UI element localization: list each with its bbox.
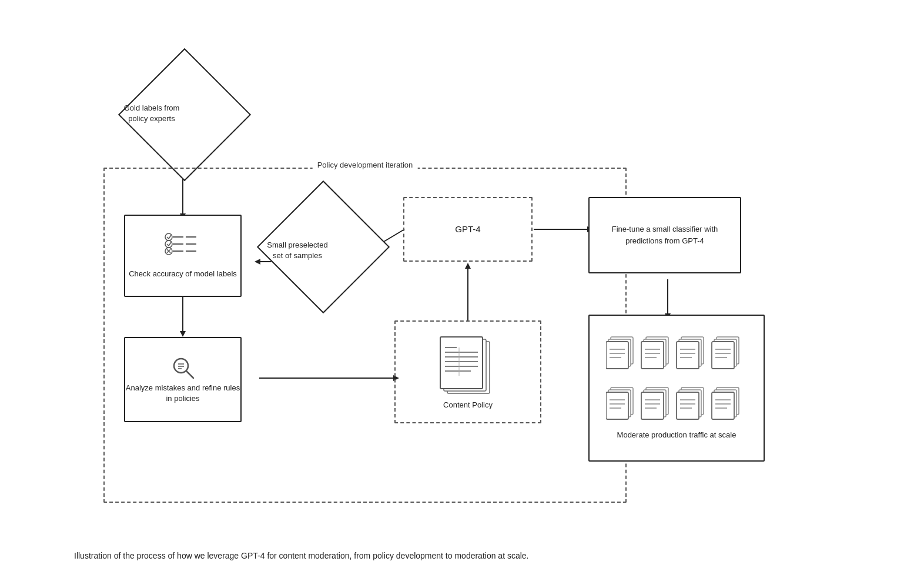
content-policy-icon: [430, 335, 506, 405]
analyze-mistakes-box: Analyze mistakes and refine rules in pol…: [124, 337, 242, 422]
svg-rect-75: [641, 392, 664, 419]
diagram-caption: Illustration of the process of how we le…: [74, 550, 850, 562]
check-accuracy-box: Check accuracy of model labels: [124, 215, 242, 297]
diagram-wrapper: Gold labels from policy experts Policy d…: [39, 9, 885, 580]
analyze-mistakes-label: Analyze mistakes and refine rules in pol…: [125, 383, 240, 404]
svg-rect-51: [641, 342, 664, 369]
svg-rect-87: [712, 392, 734, 419]
finetune-box: Fine-tune a small classifier with predic…: [588, 197, 741, 273]
checklist-icon: [162, 231, 203, 266]
svg-rect-35: [440, 337, 483, 389]
finetune-label: Fine-tune a small classifier with predic…: [590, 223, 740, 246]
svg-rect-57: [677, 342, 699, 369]
gpt4-dashed-box: GPT-4: [403, 197, 533, 262]
content-policy-dashed-box: Content Policy: [394, 320, 541, 423]
svg-rect-63: [712, 342, 734, 369]
gold-labels-label: Gold labels from policy experts: [105, 103, 199, 124]
content-policy-label: Content Policy: [443, 400, 493, 409]
svg-rect-81: [677, 392, 699, 419]
magnify-icon: [170, 355, 196, 380]
svg-rect-45: [606, 342, 628, 369]
moderate-docs-icon: [606, 335, 747, 429]
check-accuracy-label: Check accuracy of model labels: [129, 269, 237, 279]
moderate-label: Moderate production traffic at scale: [617, 430, 736, 440]
policy-iteration-label: Policy development iteration: [313, 161, 418, 169]
svg-point-23: [165, 233, 172, 240]
svg-rect-69: [606, 392, 628, 419]
gpt4-label: GPT-4: [404, 198, 531, 260]
small-samples-label: Small preselected set of samples: [250, 240, 344, 261]
diagram-area: Gold labels from policy experts Policy d…: [74, 32, 850, 538]
svg-point-24: [165, 240, 172, 248]
svg-line-29: [186, 371, 193, 378]
moderate-box: Moderate production traffic at scale: [588, 315, 765, 462]
